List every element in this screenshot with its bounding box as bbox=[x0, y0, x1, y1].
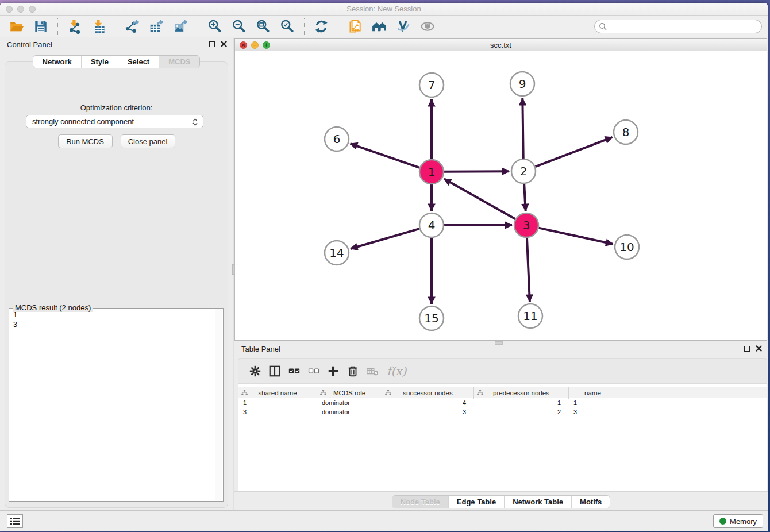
node-label-11: 11 bbox=[523, 309, 537, 323]
table-tabs-bar: Node TableEdge TableNetwork TableMotifs bbox=[234, 491, 768, 510]
close-panel-button[interactable]: Close panel bbox=[121, 134, 175, 148]
tab-network-table[interactable]: Network Table bbox=[505, 496, 572, 508]
network-file-icon[interactable] bbox=[346, 18, 364, 35]
column-header-name[interactable]: name bbox=[569, 387, 617, 399]
edge-2-8[interactable] bbox=[536, 137, 613, 167]
tab-select[interactable]: Select bbox=[118, 56, 159, 68]
edge-2-9[interactable] bbox=[522, 98, 523, 159]
cell-MCDS-role[interactable]: dominator bbox=[317, 399, 382, 408]
edge-3-10[interactable] bbox=[538, 228, 613, 244]
optimization-criterion-select[interactable]: strongly connected component bbox=[26, 115, 203, 128]
edge-4-14[interactable] bbox=[351, 229, 419, 249]
import-network-icon[interactable] bbox=[66, 18, 83, 35]
zoom-fit-icon[interactable] bbox=[255, 18, 272, 35]
node-label-4: 4 bbox=[428, 218, 436, 232]
add-column-icon[interactable] bbox=[324, 363, 343, 380]
edge-3-1[interactable] bbox=[444, 179, 515, 219]
select-all-icon[interactable] bbox=[284, 363, 304, 380]
float-table-panel-button[interactable] bbox=[744, 346, 750, 352]
tab-motifs[interactable]: Motifs bbox=[572, 496, 610, 508]
memory-label: Memory bbox=[730, 517, 757, 526]
export-table-icon[interactable] bbox=[148, 18, 165, 35]
function-builder-icon: f(x) bbox=[387, 364, 406, 378]
export-network-icon[interactable] bbox=[124, 18, 141, 35]
search-input[interactable] bbox=[594, 20, 762, 33]
zoom-out-icon[interactable] bbox=[230, 18, 248, 35]
network-frame: ✕ − + scc.txt 7968124314101511 bbox=[234, 38, 767, 341]
save-icon[interactable] bbox=[32, 18, 49, 35]
mcds-result-text[interactable]: 1 3 bbox=[10, 310, 214, 500]
edge-3-11[interactable] bbox=[527, 238, 530, 302]
home-icon[interactable] bbox=[371, 18, 388, 35]
run-mcds-button[interactable]: Run MCDS bbox=[58, 134, 113, 148]
column-type-icon bbox=[477, 390, 483, 397]
table-row[interactable]: 3dominator323 bbox=[238, 408, 767, 417]
network-canvas[interactable]: 7968124314101511 bbox=[235, 52, 767, 340]
tab-mcds[interactable]: MCDS bbox=[159, 56, 199, 68]
cell-predecessor-nodes[interactable]: 2 bbox=[474, 408, 569, 417]
column-header-shared-name[interactable]: shared name bbox=[238, 387, 317, 399]
delete-column-trash-icon[interactable] bbox=[343, 363, 363, 380]
toolbar-divider bbox=[338, 18, 338, 35]
tab-node-table[interactable]: Node Table bbox=[392, 496, 449, 508]
network-frame-titlebar[interactable]: ✕ − + scc.txt bbox=[235, 39, 767, 51]
node-label-9: 9 bbox=[519, 77, 526, 91]
close-panel-icon[interactable] bbox=[221, 41, 227, 47]
cell-name[interactable]: 3 bbox=[569, 408, 617, 417]
column-header-successor-nodes[interactable]: successor nodes bbox=[382, 387, 474, 399]
toolbar-divider bbox=[116, 18, 116, 35]
node-label-1: 1 bbox=[428, 165, 436, 179]
node-label-10: 10 bbox=[619, 240, 634, 254]
float-panel-button[interactable] bbox=[209, 41, 215, 47]
toolbar-divider bbox=[198, 18, 198, 35]
tab-style[interactable]: Style bbox=[82, 56, 118, 68]
select-stepper-icon bbox=[191, 117, 198, 127]
control-panel: Control Panel NetworkStyleSelectMCDS Opt… bbox=[0, 38, 233, 510]
column-header-MCDS-role[interactable]: MCDS role bbox=[317, 387, 382, 399]
import-table-icon[interactable] bbox=[90, 18, 107, 35]
column-type-icon bbox=[320, 390, 326, 397]
optimization-criterion-label: Optimization criterion: bbox=[5, 103, 228, 112]
tab-edge-table[interactable]: Edge Table bbox=[449, 496, 505, 508]
cell-name[interactable]: 1 bbox=[569, 399, 617, 408]
zoom-in-icon[interactable] bbox=[206, 18, 224, 35]
task-history-button[interactable] bbox=[7, 514, 23, 528]
cell-shared-name[interactable]: 1 bbox=[238, 399, 317, 408]
app-window: Session: New Session Control Panel Netwo bbox=[0, 3, 768, 531]
mcds-result-box: MCDS result (2 nodes) 1 3 bbox=[9, 308, 224, 502]
table-panel: Table Panel bbox=[234, 342, 768, 510]
cell-successor-nodes[interactable]: 4 bbox=[382, 399, 474, 408]
node-label-8: 8 bbox=[622, 125, 630, 139]
toolbar-divider bbox=[57, 18, 58, 35]
mcds-panel-body: Optimization criterion: strongly connect… bbox=[5, 61, 228, 508]
open-icon[interactable] bbox=[8, 18, 25, 35]
table-toolbar: f(x) bbox=[238, 358, 767, 384]
tab-network[interactable]: Network bbox=[33, 56, 82, 68]
table-settings-gear-icon[interactable] bbox=[245, 363, 265, 380]
edge-1-2[interactable] bbox=[444, 171, 509, 172]
column-header-predecessor-nodes[interactable]: predecessor nodes bbox=[474, 387, 569, 399]
deselect-all-icon[interactable] bbox=[304, 363, 324, 380]
close-table-panel-icon[interactable] bbox=[756, 345, 762, 352]
node-label-3: 3 bbox=[523, 218, 530, 232]
memory-button[interactable]: Memory bbox=[713, 514, 763, 528]
column-type-icon bbox=[241, 390, 248, 397]
edge-1-6[interactable] bbox=[351, 144, 420, 168]
cell-MCDS-role[interactable]: dominator bbox=[317, 408, 382, 417]
cell-predecessor-nodes[interactable]: 1 bbox=[474, 399, 569, 408]
node-label-14: 14 bbox=[329, 246, 344, 260]
export-image-icon[interactable] bbox=[172, 18, 190, 35]
style-icon[interactable] bbox=[395, 18, 412, 35]
cell-shared-name[interactable]: 3 bbox=[238, 408, 317, 417]
table-row[interactable]: 1dominator411 bbox=[238, 399, 767, 408]
refresh-icon[interactable] bbox=[313, 18, 330, 35]
control-panel-tabs: NetworkStyleSelectMCDS bbox=[0, 55, 233, 68]
eye-icon[interactable] bbox=[419, 18, 436, 35]
search-icon bbox=[599, 22, 607, 33]
cell-successor-nodes[interactable]: 3 bbox=[382, 408, 474, 417]
show-column-icon[interactable] bbox=[265, 363, 284, 380]
result-scrollbar[interactable] bbox=[215, 309, 222, 500]
zoom-selected-icon[interactable] bbox=[279, 18, 296, 35]
node-label-6: 6 bbox=[333, 132, 341, 146]
edge-2-3[interactable] bbox=[524, 184, 526, 211]
